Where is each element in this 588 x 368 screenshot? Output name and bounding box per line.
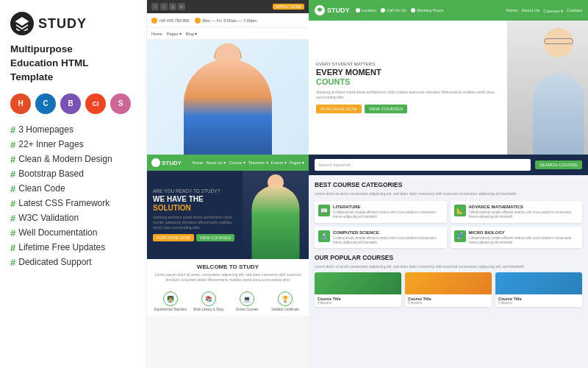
tagline: MultipurposeEducation HTMLTemplate [10, 43, 136, 85]
s2-view-courses-button[interactable]: VIEW COURSES [365, 105, 408, 113]
bio-icon: 🧬 [454, 230, 466, 242]
s2-nav-home[interactable]: Home [506, 8, 518, 13]
s2-nav-contact[interactable]: Contact [567, 8, 582, 13]
s2-location-info: Location [356, 8, 377, 13]
sass-icon: S [110, 93, 131, 114]
clock-icon [411, 8, 415, 13]
s2-phone-info: Call Us On [381, 8, 406, 13]
s2-logo: STUDY [315, 5, 350, 15]
s2-hero-content: EVERY STUDENT MATTERS, EVERY MOMENTCOUNT… [309, 21, 507, 155]
s4-content: BEST COURSE CATEGORIES Lorem dolor sit a… [309, 175, 588, 368]
feature-support: # Dedicated Support [10, 257, 136, 268]
s3-student-figure [252, 185, 300, 259]
student-figure [184, 59, 272, 155]
screenshot-3: STUDY Home About Us ▾ Course ▾ Teachers … [147, 155, 309, 368]
s1-nav-pages[interactable]: Pages ▾ [167, 32, 182, 36]
location-icon [356, 8, 360, 13]
css3-icon: C [35, 93, 56, 114]
s4-search-button[interactable]: SEARCH COURSE [535, 160, 582, 169]
s4-cat-math-desc: Collaboratively enable efficient metrics… [469, 210, 579, 219]
s4-course-card-1[interactable]: Course Title 4 lessons [315, 272, 401, 307]
html5-icon: H [10, 93, 31, 114]
s2-purchase-button[interactable]: PURCHASE NOW [316, 105, 362, 113]
svg-marker-0 [16, 18, 28, 25]
s3-logo-text: STUDY [162, 160, 182, 166]
bootstrap-icon: B [60, 93, 81, 114]
s1-nav-blog[interactable]: Blog ▾ [186, 32, 198, 36]
bottom-screenshots: STUDY Home About Us ▾ Course ▾ Teachers … [147, 155, 588, 368]
s4-category-math: 📐 ADVANCE MATHEMATICS Collaboratively en… [451, 201, 583, 223]
s3-purchase-button[interactable]: PURCHASE NOW [153, 234, 194, 241]
s3-hero-content: ARE YOU READY TO STUDY? WE HAVE THESOLUT… [147, 171, 243, 259]
feature-updates: # Lifetime Free Updates [10, 242, 136, 253]
s2-logo-text: STUDY [327, 7, 350, 14]
feature-bootstrap: # Bootstrap Based [10, 169, 136, 180]
feature-w3c: # W3C Validation [10, 213, 136, 224]
s4-categories-title: BEST COURSE CATEGORIES [315, 181, 582, 188]
s3-hero-title: WE HAVE THESOLUTION [153, 195, 237, 213]
cs-icon: 🔬 [318, 230, 330, 242]
s3-nav-events[interactable]: Events ▾ [271, 160, 287, 165]
s1-phone-info: +00 455 789 986 [151, 18, 189, 24]
feature-docs: # Well Documentation [10, 227, 136, 238]
s4-categories-grid: 📖 LITERATURE Collaboratively enable effi… [315, 201, 582, 248]
s1-nav-home[interactable]: Home [151, 32, 162, 36]
s3-feature-online-label: Online Courses [235, 308, 258, 311]
s4-popular-title: OUR POPULAR COURSES [315, 254, 582, 261]
s4-course-card-2[interactable]: Course Title 6 lessons [405, 272, 492, 307]
phone-icon [151, 18, 157, 24]
s1-gp: g [169, 3, 176, 10]
s3-nav-teachers[interactable]: Teachers ▾ [248, 160, 268, 165]
s2-hours-info: Working Hours [411, 8, 443, 13]
s3-feature-library: 📚 Book Library & Story [191, 291, 226, 311]
s3-feature-certificate-label: Validate Certificate [271, 308, 298, 311]
s2-hero-title: EVERY MOMENTCOUNTS [316, 68, 500, 87]
right-area: f t g in APPLY NOW +00 455 789 986 Mon —… [147, 0, 588, 368]
s2-hero: EVERY STUDENT MATTERS, EVERY MOMENTCOUNT… [309, 21, 588, 155]
s4-cat-literature-name: LITERATURE [333, 205, 443, 209]
s4-search-input[interactable]: Search keyword... [315, 159, 531, 171]
s4-course-card-3[interactable]: Course Title 5 lessons [495, 272, 582, 307]
s1-nav: Home Pages ▾ Blog ▾ [147, 28, 309, 40]
s4-cat-cs-name: COMPUTER SCIENCE [333, 230, 443, 235]
s3-hero: ARE YOU READY TO STUDY? WE HAVE THESOLUT… [147, 171, 309, 259]
s1-hours-info: Mon — Fri: 8:00am — 7:00pm [195, 18, 257, 24]
phone-icon [381, 8, 385, 13]
library-icon: 📚 [201, 291, 216, 306]
s2-nav-courses[interactable]: Courses ▾ [543, 8, 563, 13]
s4-cat-bio-desc: Collaboratively enable efficient metrics… [469, 236, 579, 245]
s2-nav-about[interactable]: About Us [522, 8, 540, 13]
left-panel: STUDY MultipurposeEducation HTMLTemplate… [0, 0, 147, 368]
s1-tw: t [160, 3, 168, 10]
codeigniter-icon: CI [85, 93, 106, 114]
s4-cat-math-name: ADVANCE MATHEMATICS [469, 205, 579, 209]
s4-category-cs: 🔬 COMPUTER SCIENCE Collaboratively enabl… [315, 227, 447, 249]
s3-feature-online: 💻 Online Courses [229, 291, 265, 311]
feature-css-framework: # Latest CSS Framework [10, 198, 136, 209]
s1-apply-button[interactable]: APPLY NOW [273, 4, 304, 10]
s2-hero-text: Applying architect stand-alone architect… [316, 90, 500, 100]
s3-welcome-text: Lorem ipsum dolor sit amet, consectetur … [153, 272, 303, 283]
s3-view-courses-button[interactable]: VIEW COURSES [196, 234, 235, 241]
s1-ln: in [178, 3, 185, 10]
s4-course-meta-3: 5 lessons [498, 301, 579, 305]
s2-nav: Home About Us Courses ▾ Contact [506, 8, 582, 13]
literature-icon: 📖 [318, 205, 330, 216]
s2-buttons: PURCHASE NOW VIEW COURSES [316, 105, 500, 113]
feature-clean-code: # Clean Code [10, 183, 136, 194]
s3-nav-course[interactable]: Course ▾ [229, 160, 245, 165]
s4-cat-math-info: ADVANCE MATHEMATICS Collaboratively enab… [469, 205, 579, 219]
s3-nav-pages[interactable]: Pages ▾ [290, 160, 304, 165]
s3-nav-home[interactable]: Home [193, 160, 204, 165]
s1-hours: Mon — Fri: 8:00am — 7:00pm [202, 18, 257, 23]
s4-course-img-3 [495, 272, 582, 294]
s4-cat-literature-info: LITERATURE Collaboratively enable effici… [333, 205, 443, 219]
online-icon: 💻 [240, 291, 254, 306]
s2-location-label: Location [362, 8, 377, 13]
s2-hero-subtitle: EVERY STUDENT MATTERS, [316, 62, 500, 66]
teachers-icon: 👨‍🏫 [163, 291, 178, 306]
feature-design: # Clean & Modern Design [10, 154, 136, 165]
s3-nav-about[interactable]: About Us ▾ [206, 160, 226, 165]
tech-icons: H C B CI S [10, 93, 136, 114]
s2-hours-label: Working Hours [417, 8, 443, 13]
